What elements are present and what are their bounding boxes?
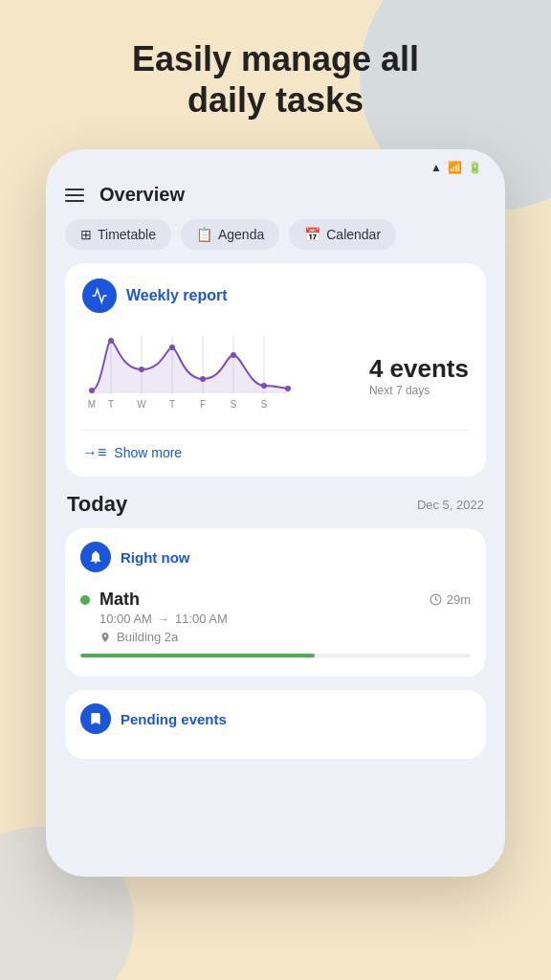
- bookmark-icon: [88, 711, 103, 726]
- event-location-row: Building 2a: [80, 630, 471, 644]
- hamburger-line-2: [65, 194, 84, 196]
- card-divider: [82, 430, 469, 431]
- tab-bar: ⊞ Timetable 📋 Agenda 📅 Calendar: [65, 219, 486, 250]
- event-time-start: 10:00 AM: [99, 612, 152, 626]
- show-more-icon: →≡: [82, 444, 106, 461]
- menu-button[interactable]: [65, 189, 84, 202]
- weekly-report-title: Weekly report: [126, 287, 228, 304]
- right-now-card: Right now Math 29m: [65, 528, 486, 677]
- svg-text:S: S: [261, 399, 268, 410]
- svg-point-7: [108, 338, 114, 344]
- line-chart: M T W T F S S: [82, 326, 293, 412]
- svg-text:T: T: [169, 399, 175, 410]
- event-duration: 29m: [447, 592, 471, 607]
- svg-point-13: [285, 386, 291, 391]
- tab-timetable-label: Timetable: [98, 227, 156, 242]
- svg-point-11: [231, 352, 236, 358]
- event-name: Math: [99, 590, 140, 610]
- chart-icon-svg: [91, 287, 108, 304]
- tab-calendar-label: Calendar: [326, 227, 381, 242]
- svg-text:S: S: [231, 399, 237, 410]
- svg-point-12: [261, 383, 267, 389]
- event-dot: [80, 595, 90, 605]
- signal-icon: 📶: [448, 161, 462, 174]
- today-section-header: Today Dec 5, 2022: [65, 492, 486, 517]
- svg-point-8: [139, 367, 144, 372]
- weekly-report-header: Weekly report: [82, 278, 469, 313]
- chart-stats: 4 events Next 7 days: [350, 354, 469, 416]
- event-name-row: Math 29m: [80, 590, 471, 610]
- event-name-left: Math: [80, 590, 140, 610]
- weekly-report-card: Weekly report: [65, 263, 486, 477]
- math-event: Math 29m 10:00 AM → 11:00 AM: [80, 584, 471, 663]
- status-bar: ▲ 📶 🔋: [46, 149, 505, 174]
- wifi-icon: ▲: [430, 161, 442, 174]
- pending-icon: [80, 703, 111, 734]
- phone-content: Overview ⊞ Timetable 📋 Agenda 📅 Calendar: [46, 174, 505, 759]
- bell-icon: [88, 549, 103, 565]
- svg-text:M: M: [88, 399, 96, 410]
- events-label: Next 7 days: [369, 384, 469, 397]
- event-progress-fill: [80, 654, 315, 657]
- svg-text:W: W: [137, 399, 146, 410]
- svg-point-10: [200, 376, 206, 382]
- today-date: Dec 5, 2022: [417, 498, 484, 512]
- event-location: Building 2a: [117, 630, 178, 644]
- pending-title: Pending events: [121, 711, 227, 727]
- phone-mockup: ▲ 📶 🔋 Overview ⊞ Timetable 📋 Agenda: [46, 149, 505, 877]
- show-more-label: Show more: [114, 445, 182, 460]
- hero-title: Easily manage all daily tasks: [0, 0, 551, 149]
- chart-svg-container: M T W T F S S: [82, 326, 350, 416]
- svg-text:F: F: [200, 399, 206, 410]
- today-title: Today: [67, 492, 127, 517]
- tab-timetable[interactable]: ⊞ Timetable: [65, 219, 171, 250]
- chart-area: M T W T F S S 4 events Next 7 days: [82, 326, 469, 416]
- show-more-button[interactable]: →≡ Show more: [82, 444, 469, 461]
- battery-icon: 🔋: [468, 161, 482, 174]
- event-time-end: 11:00 AM: [175, 612, 228, 626]
- calendar-icon: 📅: [304, 227, 320, 242]
- timetable-icon: ⊞: [80, 227, 92, 242]
- top-bar: Overview: [65, 174, 486, 219]
- event-time-row: 10:00 AM → 11:00 AM: [80, 612, 471, 626]
- right-now-title: Right now: [121, 549, 189, 566]
- svg-point-6: [89, 388, 95, 393]
- tab-agenda[interactable]: 📋 Agenda: [181, 219, 279, 250]
- screen-title: Overview: [99, 184, 185, 206]
- event-progress-bar: [80, 654, 471, 657]
- time-arrow: →: [158, 612, 169, 626]
- weekly-report-icon: [82, 278, 117, 313]
- event-duration-badge: 29m: [430, 592, 471, 607]
- right-now-icon: [80, 542, 111, 572]
- hamburger-line-3: [65, 200, 84, 202]
- agenda-icon: 📋: [196, 227, 212, 242]
- tab-agenda-label: Agenda: [218, 227, 264, 242]
- clock-icon: [430, 593, 442, 606]
- tab-calendar[interactable]: 📅 Calendar: [289, 219, 396, 250]
- events-count: 4 events: [369, 354, 469, 384]
- svg-text:T: T: [108, 399, 114, 410]
- pending-header: Pending events: [80, 703, 471, 734]
- svg-point-9: [169, 345, 175, 350]
- pending-card: Pending events: [65, 690, 486, 759]
- hamburger-line-1: [65, 189, 84, 190]
- location-icon: [99, 632, 111, 643]
- right-now-header: Right now: [80, 542, 471, 572]
